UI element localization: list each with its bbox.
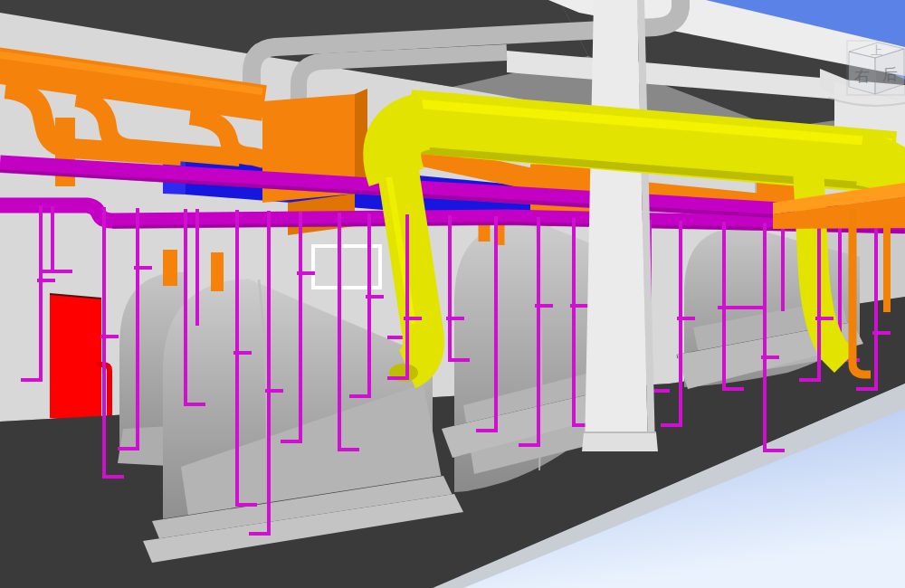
door-panel [50,294,101,423]
view-cube-label-back: 后 [882,65,898,83]
yellow-elbow-left [392,121,425,177]
view-cube-label-top: 上 [871,43,882,57]
viewport-3d[interactable]: 上 右 后 [0,0,905,588]
fire-door [50,294,110,423]
column-front-face [585,0,648,450]
column-base [582,432,658,451]
view-cube-label-right: 右 [854,67,870,85]
bim-viewer-window: 上 右 后 [0,0,905,588]
